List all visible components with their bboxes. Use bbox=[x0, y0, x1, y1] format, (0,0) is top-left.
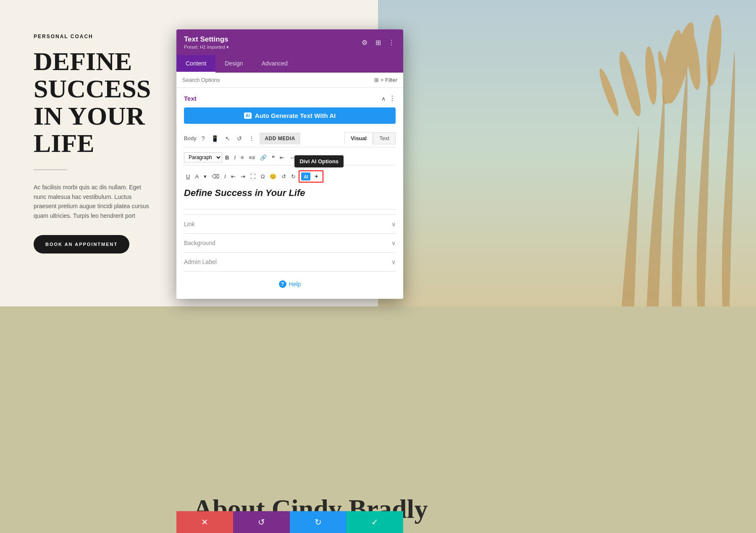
layout-icon[interactable]: ⊞ bbox=[374, 39, 382, 47]
cursor-icon-btn[interactable]: ↖ bbox=[223, 134, 232, 143]
indent-in-btn[interactable]: ⇤ bbox=[229, 172, 238, 181]
magic-wand-btn[interactable]: ✦ bbox=[312, 172, 321, 181]
visual-text-tabs: Visual Text bbox=[344, 132, 396, 144]
ai-badge: AI bbox=[244, 112, 252, 119]
help-label: Help bbox=[289, 281, 301, 287]
format-toolbar-row1: Paragraph B I ≡ ≡# 🔗 ❝ ⇤ ↔ ⇥ ⊞ ⊟ S̶ bbox=[184, 150, 396, 165]
help-button[interactable]: ? Help bbox=[279, 280, 301, 288]
search-input[interactable] bbox=[182, 77, 374, 83]
visual-tab[interactable]: Visual bbox=[344, 132, 373, 144]
text-section-header: Text ∧ ⋮ bbox=[184, 94, 396, 102]
undo-icon: ↺ bbox=[258, 517, 265, 527]
toolbar-body-label: Body bbox=[184, 135, 197, 141]
more-icon[interactable]: ⋮ bbox=[387, 39, 396, 47]
text-tab[interactable]: Text bbox=[373, 132, 396, 144]
modal-header-icons: ⚙ ⊞ ⋮ bbox=[360, 39, 396, 47]
background-section[interactable]: Background ∨ bbox=[184, 233, 396, 252]
cancel-button[interactable]: ✕ bbox=[176, 511, 233, 533]
phone-icon-btn[interactable]: 📱 bbox=[210, 134, 220, 143]
cancel-icon: ✕ bbox=[201, 517, 208, 527]
underline-btn[interactable]: U bbox=[184, 172, 192, 181]
align-left-btn[interactable]: ⇤ bbox=[278, 153, 286, 162]
help-icon-btn[interactable]: ? bbox=[200, 134, 207, 143]
ai-button-label: Auto Generate Text With AI bbox=[255, 112, 336, 119]
indent-out-btn[interactable]: ⇥ bbox=[239, 172, 247, 181]
modal-body: Text ∧ ⋮ AI Auto Generate Text With AI B… bbox=[176, 88, 403, 299]
section-title: Text bbox=[184, 95, 197, 102]
ai-options-wrapper: Divi AI Options AI ✦ bbox=[299, 170, 323, 183]
editor-content[interactable]: Define Success in Your Life bbox=[184, 184, 396, 209]
more-toolbar-btn[interactable]: ⋮ bbox=[247, 134, 256, 143]
editor-toolbar-top: Body ? 📱 ↖ ↺ ⋮ ADD MEDIA Visual Text bbox=[184, 130, 396, 147]
filter-icon: ⊞ bbox=[374, 77, 379, 83]
paragraph-select[interactable]: Paragraph bbox=[184, 152, 222, 162]
add-media-button[interactable]: ADD MEDIA bbox=[260, 133, 300, 144]
modal-tabs: Content Design Advanced bbox=[176, 55, 403, 73]
ordered-list-btn[interactable]: ≡# bbox=[247, 153, 257, 162]
bold-btn[interactable]: B bbox=[223, 153, 231, 162]
ai-options-btn[interactable]: AI bbox=[301, 172, 310, 180]
editor-heading: Define Success in Your Life bbox=[184, 188, 396, 199]
save-button[interactable]: ✓ bbox=[346, 511, 403, 533]
left-panel: PERSONAL COACH DEFINE SUCCESS IN YOUR LI… bbox=[0, 0, 181, 306]
personal-coach-label: PERSONAL COACH bbox=[34, 34, 155, 39]
redo-icon: ↻ bbox=[315, 517, 322, 527]
help-question-icon: ? bbox=[279, 280, 286, 288]
clear-format-btn[interactable]: ⌫ bbox=[210, 172, 221, 181]
font-color-arrow[interactable]: ▾ bbox=[202, 172, 209, 181]
undo2-btn[interactable]: ↺ bbox=[279, 172, 288, 181]
ai-options-icon: AI bbox=[304, 175, 308, 179]
font-color-btn[interactable]: A bbox=[193, 172, 201, 181]
special-chars-btn[interactable]: Ω bbox=[259, 172, 267, 181]
settings-icon[interactable]: ⚙ bbox=[360, 39, 369, 47]
admin-label-text: Admin Label bbox=[184, 259, 217, 265]
filter-label: + Filter bbox=[381, 77, 397, 83]
bottom-section: About Cindy Bradly bbox=[0, 306, 756, 533]
link-btn[interactable]: 🔗 bbox=[258, 153, 269, 162]
redo-button[interactable]: ↻ bbox=[290, 511, 346, 533]
modal-title: Text Settings bbox=[184, 35, 229, 44]
headline: DEFINE SUCCESS IN YOUR LIFE bbox=[34, 48, 155, 157]
right-background bbox=[378, 0, 756, 306]
tab-design[interactable]: Design bbox=[215, 55, 252, 73]
ai-generate-button[interactable]: AI Auto Generate Text With AI bbox=[184, 107, 396, 124]
tab-advanced[interactable]: Advanced bbox=[252, 55, 297, 73]
link-section[interactable]: Link ∨ bbox=[184, 214, 396, 233]
undo-toolbar-btn[interactable]: ↺ bbox=[235, 134, 244, 143]
modal-header: Text Settings Preset: H1 imported ▾ ⚙ ⊞ … bbox=[176, 29, 403, 55]
italic2-btn[interactable]: I bbox=[222, 172, 228, 181]
italic-btn[interactable]: I bbox=[232, 153, 238, 162]
background-label: Background bbox=[184, 240, 215, 246]
link-chevron: ∨ bbox=[391, 221, 396, 227]
text-settings-modal: Text Settings Preset: H1 imported ▾ ⚙ ⊞ … bbox=[176, 29, 403, 299]
background-chevron: ∨ bbox=[391, 240, 396, 246]
save-icon: ✓ bbox=[371, 517, 378, 527]
section-header-right: ∧ ⋮ bbox=[381, 94, 396, 102]
book-appointment-button[interactable]: BOOK AN APPOINTMENT bbox=[34, 235, 129, 253]
body-text: Ac facilisis morbi quis ac dis nullam. E… bbox=[34, 183, 155, 220]
format-toolbar-row2: U A ▾ ⌫ I ⇤ ⇥ ⛶ Ω 😊 ↺ ↻ Divi AI Options … bbox=[184, 169, 396, 184]
undo-button[interactable]: ↺ bbox=[233, 511, 290, 533]
tab-content[interactable]: Content bbox=[176, 55, 215, 73]
ai-options-red-border: Divi AI Options AI ✦ bbox=[299, 170, 323, 183]
action-bar: ✕ ↺ ↻ ✓ bbox=[176, 511, 403, 533]
fullscreen-btn[interactable]: ⛶ bbox=[248, 172, 258, 181]
blockquote-btn[interactable]: ❝ bbox=[270, 153, 277, 162]
section-menu-icon[interactable]: ⋮ bbox=[389, 94, 396, 102]
search-bar: ⊞ + Filter bbox=[176, 73, 403, 88]
emoji-btn[interactable]: 😊 bbox=[268, 172, 278, 181]
pampas-grass-illustration bbox=[378, 0, 756, 306]
divider-line bbox=[34, 170, 67, 170]
admin-label-section[interactable]: Admin Label ∨ bbox=[184, 252, 396, 271]
unordered-list-btn[interactable]: ≡ bbox=[239, 153, 246, 162]
admin-label-chevron: ∨ bbox=[391, 259, 396, 265]
filter-button[interactable]: ⊞ + Filter bbox=[374, 77, 397, 83]
modal-subtitle: Preset: H1 imported ▾ bbox=[184, 44, 229, 50]
modal-title-area: Text Settings Preset: H1 imported ▾ bbox=[184, 35, 229, 50]
collapse-icon[interactable]: ∧ bbox=[381, 95, 386, 102]
help-section: ? Help bbox=[184, 271, 396, 292]
link-label: Link bbox=[184, 221, 195, 227]
divi-ai-tooltip: Divi AI Options bbox=[294, 155, 344, 167]
redo2-btn[interactable]: ↻ bbox=[289, 172, 298, 181]
